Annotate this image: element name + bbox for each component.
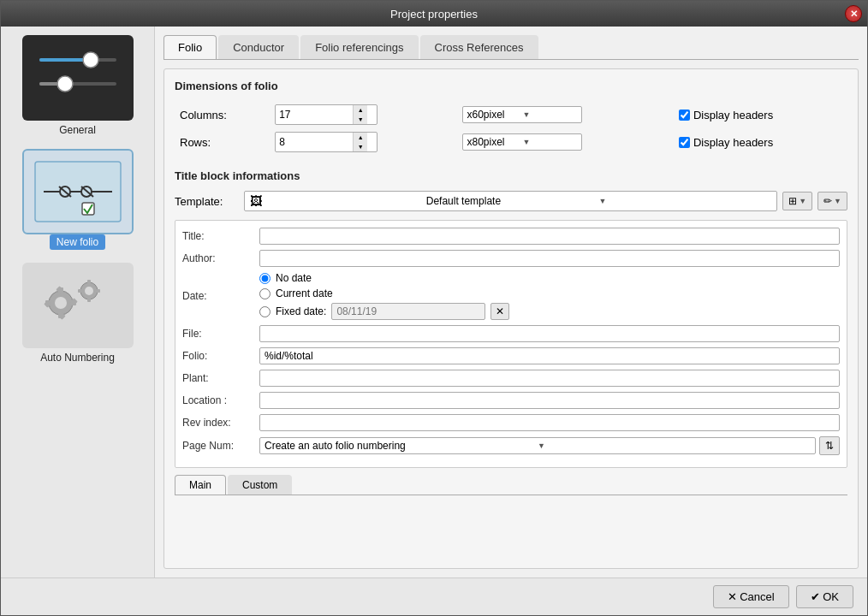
dimensions-section-title: Dimensions of folio — [175, 80, 847, 92]
date-fixed-input[interactable] — [331, 303, 485, 320]
ok-button-label: ✔ OK — [811, 590, 839, 603]
rows-input[interactable]: 8 — [276, 133, 353, 151]
title-field-label: Title: — [182, 230, 259, 242]
date-current-label: Current date — [276, 287, 333, 299]
date-fixed-clear-button[interactable]: ✕ — [490, 303, 509, 320]
sidebar-item-autonumbering[interactable]: Auto Numbering — [11, 263, 144, 364]
svg-rect-28 — [87, 298, 91, 302]
tab-conductor[interactable]: Conductor — [218, 35, 299, 59]
rows-spinbox-arrows: ▲ ▼ — [353, 133, 367, 151]
title-field[interactable] — [259, 228, 840, 245]
columns-unit-dropdown[interactable]: x60pixel ▼ — [462, 106, 582, 123]
template-label: Template: — [175, 195, 239, 208]
svg-point-2 — [83, 52, 98, 68]
date-fixed-label: Fixed date: — [276, 305, 326, 317]
autonumbering-icon-svg — [31, 267, 125, 344]
tabs-bar: Folio Conductor Folio referencings Cross… — [163, 35, 859, 60]
page-num-dropdown[interactable]: Create an auto folio numbering ▼ — [259, 437, 816, 454]
newfolio-icon-svg — [31, 153, 125, 230]
date-field-label: Date: — [182, 290, 259, 302]
sidebar: General — [1, 27, 155, 578]
window-title: Project properties — [390, 8, 478, 21]
rows-spin-up[interactable]: ▲ — [354, 133, 367, 142]
general-icon-svg — [31, 39, 125, 116]
location-field[interactable] — [259, 392, 840, 409]
template-edit-button[interactable]: ✏ ▼ — [817, 192, 847, 210]
tab-folio[interactable]: Folio — [163, 35, 217, 59]
date-row: Date: No date Current date — [182, 272, 840, 320]
tab-folio-referencings[interactable]: Folio referencings — [300, 35, 418, 59]
folio-field-label: Folio: — [182, 350, 259, 362]
location-field-label: Location : — [182, 394, 259, 406]
rows-unit-arrow: ▼ — [522, 138, 578, 146]
plant-field-label: Plant: — [182, 372, 259, 384]
autonumbering-icon-container — [22, 263, 134, 348]
rows-display-headers-label: Display headers — [693, 136, 773, 149]
rev-index-row: Rev index: — [182, 414, 840, 431]
title-block-section: Title block informations Template: 🖼 Def… — [175, 169, 847, 495]
columns-display-headers-label: Display headers — [693, 109, 773, 121]
general-icon-container — [22, 35, 134, 121]
columns-display-headers-checkbox[interactable] — [679, 110, 690, 121]
sidebar-item-newfolio[interactable]: New folio — [11, 149, 144, 250]
author-field[interactable] — [259, 250, 840, 267]
page-num-row: Page Num: Create an auto folio numbering… — [182, 436, 840, 455]
page-num-settings-button[interactable]: ⇅ — [819, 436, 840, 455]
template-dropdown-value: Default template — [426, 195, 599, 207]
file-row: File: — [182, 325, 840, 342]
template-resize-button[interactable]: ⊞ ▼ — [782, 192, 812, 210]
plant-row: Plant: — [182, 370, 840, 387]
rows-label: Rows: — [180, 136, 211, 149]
rows-unit-dropdown[interactable]: x80pixel ▼ — [462, 133, 582, 151]
sidebar-item-general[interactable]: General — [11, 35, 144, 136]
cancel-button-label: ✕ Cancel — [728, 590, 775, 603]
template-dropdown-icon: 🖼 — [250, 194, 423, 208]
rows-display-headers-checkbox[interactable] — [679, 137, 690, 148]
columns-unit-arrow: ▼ — [522, 110, 578, 119]
project-properties-window: Project properties ✕ — [0, 0, 868, 616]
titlebar: Project properties ✕ — [1, 1, 867, 27]
main-panel: Folio Conductor Folio referencings Cross… — [155, 27, 867, 578]
rev-index-field-label: Rev index: — [182, 417, 259, 429]
svg-point-16 — [55, 297, 67, 309]
rows-spin-down[interactable]: ▼ — [354, 142, 367, 151]
svg-rect-29 — [96, 289, 100, 293]
newfolio-icon-container — [22, 149, 134, 234]
rows-display-headers: Display headers — [679, 136, 842, 149]
rows-spinbox[interactable]: 8 ▲ ▼ — [275, 132, 378, 152]
date-no-date-radio[interactable] — [259, 273, 271, 284]
template-dropdown[interactable]: 🖼 Default template ▼ — [244, 191, 777, 211]
columns-spin-down[interactable]: ▼ — [354, 115, 367, 124]
sidebar-item-autonumbering-label: Auto Numbering — [40, 352, 115, 364]
folio-field[interactable]: %id/%total — [259, 347, 840, 364]
close-button[interactable]: ✕ — [845, 5, 862, 22]
page-num-controls: Create an auto folio numbering ▼ ⇅ — [259, 436, 840, 455]
dialog-footer: ✕ Cancel ✔ OK — [1, 578, 867, 615]
rev-index-field[interactable] — [259, 414, 840, 431]
columns-input[interactable]: 17 — [276, 105, 353, 124]
page-num-dropdown-arrow: ▼ — [538, 441, 811, 450]
template-resize-arrow: ▼ — [799, 197, 806, 205]
sidebar-item-newfolio-label: New folio — [50, 234, 105, 250]
content-area: General — [1, 27, 867, 578]
page-num-dropdown-value: Create an auto folio numbering — [265, 440, 538, 452]
columns-label: Columns: — [180, 109, 227, 121]
date-current-radio[interactable] — [259, 288, 271, 299]
file-field[interactable] — [259, 325, 840, 342]
bottom-tab-main[interactable]: Main — [175, 475, 226, 495]
bottom-tabs: Main Custom — [175, 475, 847, 495]
panel-content: Dimensions of folio Columns: 17 ▲ ▼ — [163, 68, 859, 569]
bottom-tab-custom[interactable]: Custom — [228, 475, 292, 495]
plant-field[interactable] — [259, 370, 840, 387]
page-num-field-label: Page Num: — [182, 440, 259, 452]
ok-button[interactable]: ✔ OK — [796, 585, 853, 608]
columns-spinbox[interactable]: 17 ▲ ▼ — [275, 104, 378, 125]
rows-unit-value: x80pixel — [467, 136, 522, 148]
tab-cross-references[interactable]: Cross References — [420, 35, 538, 59]
date-current-row: Current date — [259, 287, 509, 299]
date-fixed-radio[interactable] — [259, 306, 271, 317]
columns-spin-up[interactable]: ▲ — [354, 105, 367, 115]
rows-row: Rows: 8 ▲ ▼ — [175, 128, 847, 156]
date-no-date-row: No date — [259, 272, 509, 284]
cancel-button[interactable]: ✕ Cancel — [713, 585, 789, 608]
